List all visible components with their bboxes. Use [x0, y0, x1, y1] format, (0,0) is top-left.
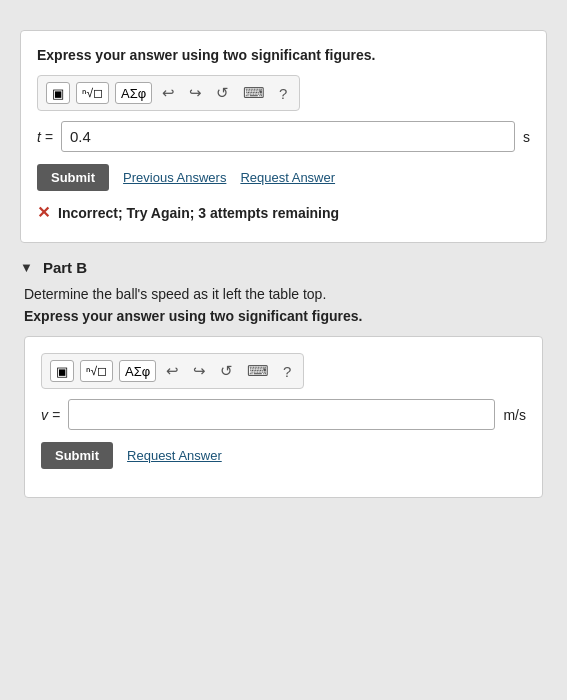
sqrt-button[interactable]: ⁿ√◻ [76, 82, 109, 104]
part-b-keyboard-icon[interactable]: ⌨ [243, 360, 273, 382]
redo-icon[interactable]: ↪ [185, 82, 206, 104]
symbol-button[interactable]: ΑΣφ [115, 82, 152, 104]
part-b-redo-icon[interactable]: ↪ [189, 360, 210, 382]
help-icon[interactable]: ? [275, 83, 291, 104]
part-b-undo-icon[interactable]: ↩ [162, 360, 183, 382]
part-a-request-answer-button[interactable]: Request Answer [240, 170, 335, 185]
part-b-title: Part B [43, 259, 87, 276]
part-a-answer-input[interactable] [61, 121, 515, 152]
part-b-symbol-icon: ΑΣφ [125, 364, 150, 379]
part-b-body: Determine the ball's speed as it left th… [20, 286, 547, 498]
part-a-submit-button[interactable]: Submit [37, 164, 109, 191]
part-a-input-label: t = [37, 129, 53, 145]
part-a-input-row: t = s [37, 121, 530, 152]
part-b-input-label: v = [41, 407, 60, 423]
undo-icon[interactable]: ↩ [158, 82, 179, 104]
part-a-error-message: Incorrect; Try Again; 3 attempts remaini… [58, 205, 339, 221]
symbol-icon: ΑΣφ [121, 86, 146, 101]
part-b-unit: m/s [503, 407, 526, 423]
part-b-sqrt-button[interactable]: ⁿ√◻ [80, 360, 113, 382]
part-b-collapse-arrow[interactable]: ▼ [20, 260, 33, 275]
part-b-container: ▼ Part B Determine the ball's speed as i… [20, 259, 547, 498]
part-b-sqrt-icon: ⁿ√◻ [86, 364, 107, 378]
part-b-request-answer-button[interactable]: Request Answer [127, 448, 222, 463]
part-b-fraction-icon: ▣ [56, 364, 68, 379]
part-a-action-row: Submit Previous Answers Request Answer [37, 164, 530, 191]
part-a-section: Express your answer using two significan… [20, 30, 547, 243]
part-b-answer-input[interactable] [68, 399, 495, 430]
error-icon: ✕ [37, 203, 50, 222]
fraction-button[interactable]: ▣ [46, 82, 70, 104]
part-b-input-row: v = m/s [41, 399, 526, 430]
part-a-toolbar: ▣ ⁿ√◻ ΑΣφ ↩ ↪ ↺ ⌨ ? [37, 75, 300, 111]
part-b-section: ▣ ⁿ√◻ ΑΣφ ↩ ↪ ↺ ⌨ ? v = m/s Subm [24, 336, 543, 498]
part-a-instruction: Express your answer using two significan… [37, 47, 530, 63]
fraction-icon: ▣ [52, 86, 64, 101]
part-b-fraction-button[interactable]: ▣ [50, 360, 74, 382]
part-b-help-icon[interactable]: ? [279, 361, 295, 382]
part-a-previous-answers-button[interactable]: Previous Answers [123, 170, 226, 185]
part-b-submit-button[interactable]: Submit [41, 442, 113, 469]
part-b-symbol-button[interactable]: ΑΣφ [119, 360, 156, 382]
part-a-unit: s [523, 129, 530, 145]
part-b-refresh-icon[interactable]: ↺ [216, 360, 237, 382]
part-b-action-row: Submit Request Answer [41, 442, 526, 469]
part-b-header: ▼ Part B [20, 259, 547, 276]
part-b-instruction: Express your answer using two significan… [24, 308, 543, 324]
part-b-description: Determine the ball's speed as it left th… [24, 286, 543, 302]
part-a-error-row: ✕ Incorrect; Try Again; 3 attempts remai… [37, 203, 530, 222]
part-b-toolbar: ▣ ⁿ√◻ ΑΣφ ↩ ↪ ↺ ⌨ ? [41, 353, 304, 389]
refresh-icon[interactable]: ↺ [212, 82, 233, 104]
keyboard-icon[interactable]: ⌨ [239, 82, 269, 104]
sqrt-icon: ⁿ√◻ [82, 86, 103, 100]
